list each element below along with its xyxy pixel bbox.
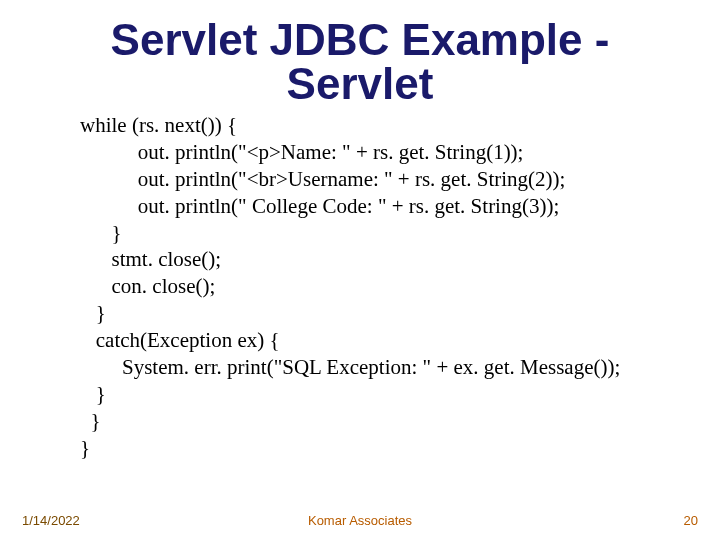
footer-page-number: 20 (684, 513, 698, 528)
code-line: out. println("<br>Username: " + rs. get.… (80, 167, 565, 191)
code-line: out. println(" College Code: " + rs. get… (80, 194, 559, 218)
code-line: } (80, 301, 106, 325)
slide-title: Servlet JDBC Example - Servlet (0, 0, 720, 106)
code-line: while (rs. next()) { (80, 113, 237, 137)
code-line: catch(Exception ex) { (80, 328, 280, 352)
code-block: while (rs. next()) { out. println("<p>Na… (0, 106, 720, 461)
footer-organization: Komar Associates (0, 513, 720, 528)
code-line: } (80, 409, 101, 433)
code-line: con. close(); (80, 274, 215, 298)
code-line: } (80, 382, 106, 406)
code-line: stmt. close(); (80, 247, 221, 271)
code-line: } (80, 436, 90, 460)
slide: Servlet JDBC Example - Servlet while (rs… (0, 0, 720, 540)
code-line: out. println("<p>Name: " + rs. get. Stri… (80, 140, 523, 164)
code-line: System. err. print("SQL Exception: " + e… (80, 355, 620, 379)
code-line: } (80, 221, 122, 245)
